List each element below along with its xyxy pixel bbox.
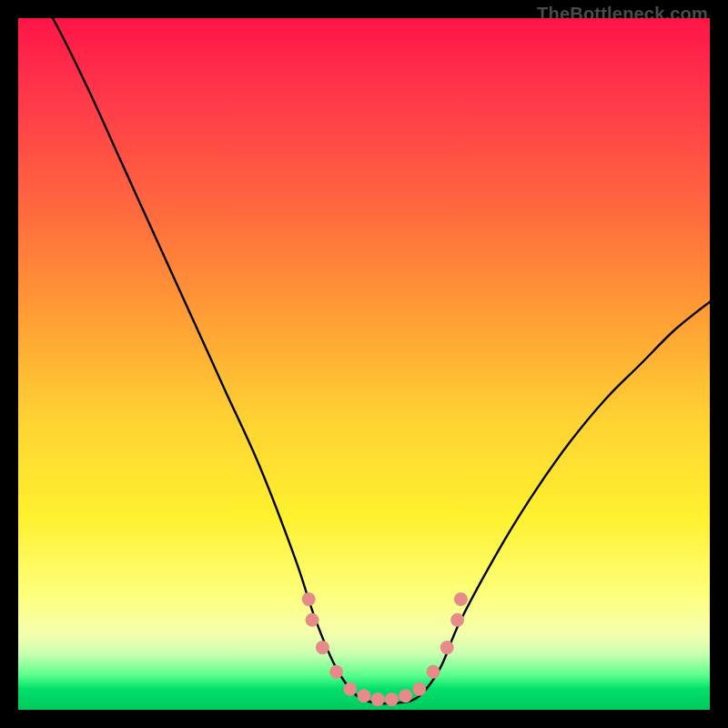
marker-dot xyxy=(306,613,319,627)
chart-frame: TheBottleneck.com xyxy=(0,0,728,728)
marker-dot xyxy=(329,665,343,679)
bottleneck-curve xyxy=(18,18,710,703)
marker-dot xyxy=(385,693,399,706)
marker-dot xyxy=(450,613,464,627)
plot-area xyxy=(18,18,710,710)
curve-layer xyxy=(18,18,710,710)
marker-dot xyxy=(454,592,468,606)
marker-dot xyxy=(440,641,454,654)
marker-dot xyxy=(316,641,329,654)
marker-dot xyxy=(302,592,316,606)
marker-dot xyxy=(399,689,412,703)
marker-dot xyxy=(358,689,371,703)
marker-dot xyxy=(412,682,426,696)
marker-dot xyxy=(343,682,357,696)
marker-dot xyxy=(371,693,385,706)
marker-dot xyxy=(427,665,440,679)
curve-markers xyxy=(302,592,468,706)
